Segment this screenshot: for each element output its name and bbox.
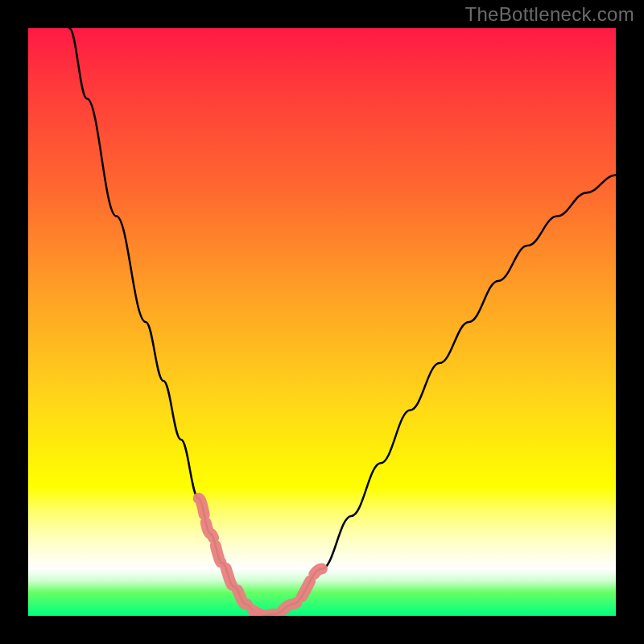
- watermark-text: TheBottleneck.com: [464, 3, 634, 26]
- curve-main: [69, 28, 616, 616]
- chart-frame: TheBottleneck.com: [0, 0, 644, 644]
- highlight-left: [199, 498, 258, 613]
- plot-area: [28, 28, 616, 616]
- bottleneck-curve-svg: [28, 28, 616, 616]
- highlight-right: [258, 569, 322, 616]
